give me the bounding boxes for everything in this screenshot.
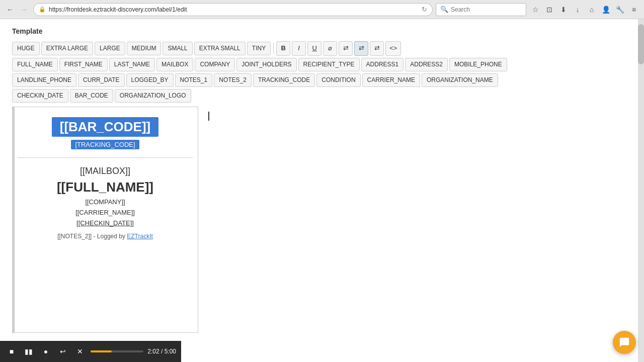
browser-right-icons: ☆ ⊡ ⬇ ↓ ⌂ 👤 🔧 ≡ — [529, 4, 640, 16]
tag-last-name[interactable]: LAST_NAME — [109, 58, 155, 71]
company-line: [[COMPANY]] — [18, 198, 193, 206]
label-left-border — [13, 107, 15, 332]
url-bar[interactable]: 🔒 https://frontdesk.eztrackit-discovery.… — [33, 3, 433, 16]
download-icon[interactable]: ↓ — [572, 4, 584, 16]
scrollbar-track — [638, 19, 644, 362]
video-pause-button[interactable]: ▮▮ — [22, 345, 35, 358]
notes-line: [[NOTES_2]] - Logged by EZTrackIt — [57, 233, 153, 240]
page-container: Template HUGE EXTRA LARGE LARGE MEDIUM S… — [0, 19, 644, 362]
notes-link[interactable]: EZTrackIt — [127, 233, 153, 240]
tag-logged-by[interactable]: LOGGED_BY — [126, 73, 174, 87]
tag-organization-logo[interactable]: ORGANIZATION_LOGO — [115, 89, 191, 103]
reload-icon[interactable]: ↻ — [422, 6, 427, 13]
align-left-button[interactable]: ⇄ — [339, 41, 353, 56]
video-record-button[interactable]: ● — [39, 345, 52, 358]
search-input[interactable] — [451, 6, 522, 13]
carrier-line: [[CARRIER_NAME]] — [18, 209, 193, 216]
video-close-button[interactable]: ✕ — [73, 345, 87, 358]
tag-tracking-code[interactable]: TRACKING_CODE — [253, 73, 315, 87]
italic-button[interactable]: I — [292, 41, 306, 56]
editor-cursor — [208, 112, 209, 121]
toolbar-row-2: FULL_NAME FIRST_NAME LAST_NAME MAILBOX C… — [12, 58, 632, 71]
chat-icon — [619, 337, 630, 348]
editor-area[interactable] — [198, 107, 632, 333]
tag-checkin-date[interactable]: CHECKIN_DATE — [12, 89, 68, 103]
browser-bar: ← → 🔒 https://frontdesk.eztrackit-discov… — [0, 0, 644, 19]
search-icon: 🔍 — [440, 6, 448, 13]
tag-full-name[interactable]: FULL_NAME — [12, 58, 58, 71]
tag-landline-phone[interactable]: LANDLINE_PHONE — [12, 73, 76, 87]
label-canvas[interactable]: [[BAR_CODE]] [TRACKING_CODE] [[MAILBOX]]… — [12, 107, 198, 333]
toolbar-divider — [273, 43, 274, 54]
tag-mobile-phone[interactable]: MOBILE_PHONE — [449, 58, 507, 71]
bookmark-icon[interactable]: ☆ — [529, 4, 541, 16]
size-small-button[interactable]: SMALL — [163, 42, 192, 55]
chat-bubble[interactable] — [613, 331, 636, 354]
section-divider — [18, 157, 193, 158]
mailbox-line: [[MAILBOX]] — [18, 166, 193, 176]
size-huge-button[interactable]: HUGE — [12, 42, 40, 55]
notes-text: [[NOTES_2]] - Logged by — [57, 233, 127, 240]
strikethrough-button[interactable]: ⌀ — [323, 41, 337, 56]
tag-curr-date[interactable]: CURR_DATE — [78, 73, 124, 87]
size-tiny-button[interactable]: TINY — [247, 42, 271, 55]
toolbar-row-3: LANDLINE_PHONE CURR_DATE LOGGED_BY NOTES… — [12, 73, 632, 87]
pocket-icon[interactable]: ⬇ — [557, 4, 570, 16]
tag-address2[interactable]: ADDRESS2 — [405, 58, 448, 71]
extensions-icon[interactable]: 🔧 — [614, 4, 626, 16]
fullname-line: [[FULL_NAME]] — [18, 179, 193, 195]
align-center-button[interactable]: ⇄ — [354, 41, 368, 56]
video-time: 2:02 / 5:00 — [147, 348, 176, 355]
tag-bar-code[interactable]: BAR_CODE — [70, 89, 113, 103]
tag-carrier-name[interactable]: CARRIER_NAME — [362, 73, 420, 87]
tag-address1[interactable]: ADDRESS1 — [361, 58, 404, 71]
tag-recipient-type[interactable]: RECIPIENT_TYPE — [298, 58, 360, 71]
checkin-line: [[CHECKIN_DATE]] — [18, 219, 193, 227]
toolbar-row-1: HUGE EXTRA LARGE LARGE MEDIUM SMALL EXTR… — [12, 41, 632, 56]
size-extra-large-button[interactable]: EXTRA LARGE — [41, 42, 93, 55]
code-button[interactable]: <> — [385, 41, 401, 56]
video-stop-button[interactable]: ■ — [5, 345, 18, 358]
screenshot-icon[interactable]: ⊡ — [543, 4, 555, 16]
video-progress-bar[interactable] — [91, 350, 143, 352]
size-large-button[interactable]: LARGE — [95, 42, 125, 55]
scrollbar-thumb[interactable] — [638, 24, 644, 64]
nav-buttons: ← → — [4, 4, 30, 16]
search-box[interactable]: 🔍 — [436, 3, 526, 16]
tracking-field: [TRACKING_CODE] — [71, 140, 139, 149]
url-text: https://frontdesk.eztrackit-discovery.co… — [49, 6, 419, 13]
size-medium-button[interactable]: MEDIUM — [127, 42, 162, 55]
tag-mailbox[interactable]: MAILBOX — [156, 58, 193, 71]
home-icon[interactable]: ⌂ — [586, 4, 598, 16]
toolbar-row-4: CHECKIN_DATE BAR_CODE ORGANIZATION_LOGO — [12, 89, 632, 103]
tag-notes-1[interactable]: NOTES_1 — [175, 73, 213, 87]
video-bar: ■ ▮▮ ● ↩ ✕ 2:02 / 5:00 — [0, 341, 181, 362]
menu-icon[interactable]: ≡ — [628, 4, 640, 16]
tag-notes-2[interactable]: NOTES_2 — [214, 73, 252, 87]
barcode-field: [[BAR_CODE]] — [52, 117, 159, 137]
lock-icon: 🔒 — [39, 6, 46, 13]
video-rewind-button[interactable]: ↩ — [56, 345, 69, 358]
size-extra-small-button[interactable]: EXTRA SMALL — [194, 42, 246, 55]
tag-condition[interactable]: CONDITION — [316, 73, 360, 87]
profile-icon[interactable]: 👤 — [600, 4, 612, 16]
bold-button[interactable]: B — [276, 41, 290, 56]
tag-company[interactable]: COMPANY — [195, 58, 235, 71]
tag-organization-name[interactable]: ORGANIZATION_NAME — [422, 73, 498, 87]
video-progress-fill — [91, 350, 112, 352]
main-area: [[BAR_CODE]] [TRACKING_CODE] [[MAILBOX]]… — [12, 107, 632, 333]
tag-joint-holders[interactable]: JOINT_HOLDERS — [236, 58, 296, 71]
back-button[interactable]: ← — [4, 4, 16, 16]
underline-button[interactable]: U — [307, 41, 321, 56]
align-right-button[interactable]: ⇄ — [370, 41, 384, 56]
tag-first-name[interactable]: FIRST_NAME — [59, 58, 108, 71]
template-label: Template — [12, 27, 632, 35]
forward-button[interactable]: → — [18, 4, 30, 16]
